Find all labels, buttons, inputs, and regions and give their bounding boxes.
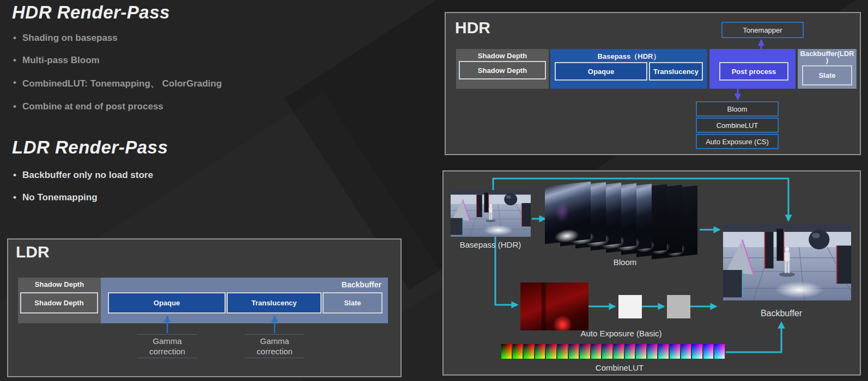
hdr-bullet-list: Shading on basepass Multi-pass Bloom Com… xyxy=(13,33,222,124)
lut-tile xyxy=(614,344,624,359)
lut-tile xyxy=(513,344,523,359)
bullet-item: Backbuffer only no load store xyxy=(13,170,153,181)
ldr-bullet-list: Backbuffer only no load store No Tonemap… xyxy=(13,170,153,214)
combinelut-strip xyxy=(501,344,726,359)
backbuffer-image xyxy=(723,224,851,300)
exposure-downsample-gray xyxy=(667,295,690,318)
lut-tile xyxy=(692,344,702,359)
shadow-depth-header: Shadow Depth xyxy=(456,52,549,60)
auto-exposure-pass-box: Auto Exposure (CS) xyxy=(696,134,779,149)
bullet-item: CombinedLUT: Tonemapping、 ColorGrading xyxy=(13,77,222,90)
post-process-group: Post process xyxy=(709,49,796,89)
auto-exposure-label: Auto Exposure (Basic) xyxy=(578,329,665,338)
exposure-downsample-white xyxy=(618,295,642,318)
ldr-section-title: LDR Render-Pass xyxy=(12,137,168,158)
header-line: ) xyxy=(798,57,857,64)
hdr-diagram-panel: HDR Tonemapper Shadow Depth Shadow Depth… xyxy=(445,12,861,155)
shadow-depth-header: Shadow Depth xyxy=(18,280,101,288)
bullet-item: Multi-pass Bloom xyxy=(13,55,222,66)
backbuffer-group: Backbuffer Opaque Translucency Slate xyxy=(101,278,388,323)
lut-tile xyxy=(524,344,534,359)
basepass-header: Basepass（HDR） xyxy=(550,52,707,62)
lut-tile xyxy=(602,344,612,359)
lut-tile xyxy=(647,344,658,359)
gamma-correction-label: Gamma correction xyxy=(137,334,197,358)
gamma-line: Gamma xyxy=(137,336,197,346)
backbuffer-image-label: Backbuffer xyxy=(749,309,814,318)
lut-tile xyxy=(703,344,714,359)
lut-tile xyxy=(658,344,669,359)
slate-box: Slate xyxy=(802,65,852,85)
shadow-depth-group: Shadow Depth Shadow Depth xyxy=(456,49,549,89)
translucency-box: Translucency xyxy=(227,292,321,314)
lut-tile xyxy=(557,344,568,359)
lut-tile xyxy=(580,344,590,359)
combinelut-pass-box: CombineLUT xyxy=(696,118,779,133)
slide: HDR Render-Pass Shading on basepass Mult… xyxy=(0,0,868,381)
bullet-item: Shading on basepass xyxy=(13,33,222,44)
bloom-stack xyxy=(545,182,700,258)
shadow-depth-box: Shadow Depth xyxy=(20,292,98,314)
lut-tile xyxy=(569,344,579,359)
combinelut-label: CombineLUT xyxy=(581,363,658,372)
lut-tile xyxy=(714,344,725,359)
opaque-box: Opaque xyxy=(555,62,647,81)
shadow-depth-box: Shadow Depth xyxy=(459,61,546,79)
lut-tile xyxy=(535,344,545,359)
lut-tile xyxy=(546,344,556,359)
ldr-diagram-panel: LDR Shadow Depth Shadow Depth Backbuffer… xyxy=(7,238,402,377)
basepass-image xyxy=(451,190,531,237)
gamma-line: Gamma xyxy=(245,336,305,346)
gamma-line: correction xyxy=(137,346,197,357)
lut-tile xyxy=(681,344,691,359)
translucency-box: Translucency xyxy=(649,62,703,81)
bullet-item: Combine at end of post process xyxy=(13,101,222,112)
lut-tile xyxy=(501,344,512,359)
post-process-box: Post process xyxy=(719,62,788,81)
backbuffer-label: Backbuffer xyxy=(342,280,381,289)
bloom-pass-box: Bloom xyxy=(696,101,779,116)
flow-diagram-panel: Basepass (HDR) Bloom Backbuffer Auto Exp… xyxy=(442,170,861,376)
lut-tile xyxy=(591,344,602,359)
bullet-item: No Tonemapping xyxy=(13,192,153,203)
backbuffer-ldr-group: Backbuffer(LDR ) Slate xyxy=(798,49,857,89)
auto-exposure-image xyxy=(520,282,588,330)
gamma-line: correction xyxy=(245,346,305,357)
shadow-depth-group: Shadow Depth Shadow Depth xyxy=(18,278,101,323)
backbuffer-ldr-header: Backbuffer(LDR ) xyxy=(798,51,857,64)
ldr-panel-title: LDR xyxy=(16,243,50,261)
tonemapper-box: Tonemapper xyxy=(721,22,804,38)
basepass-group: Basepass（HDR） Opaque Translucency xyxy=(550,49,707,89)
lut-tile xyxy=(625,344,635,359)
bloom-stack-label: Bloom xyxy=(598,257,652,267)
hdr-panel-title: HDR xyxy=(455,19,490,37)
gamma-correction-label: Gamma correction xyxy=(245,334,305,358)
lut-tile xyxy=(636,344,646,359)
lut-tile xyxy=(670,344,680,359)
slate-box: Slate xyxy=(323,292,383,314)
hdr-section-title: HDR Render-Pass xyxy=(12,2,170,23)
bloom-mip-frame xyxy=(545,182,591,244)
opaque-box: Opaque xyxy=(108,292,226,314)
basepass-image-label: Basepass (HDR) xyxy=(447,240,534,249)
